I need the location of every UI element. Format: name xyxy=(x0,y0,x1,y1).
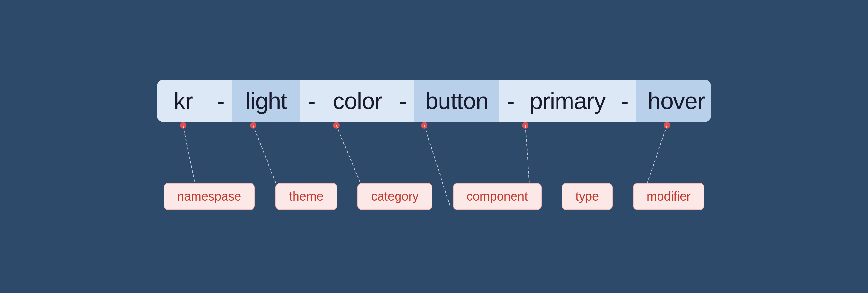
token-modifier: hover xyxy=(636,80,711,122)
label-modifier: modifier xyxy=(633,183,705,210)
labels-row: namespase theme category component type … xyxy=(157,183,711,210)
main-container: kr - light - color - butto xyxy=(43,29,825,264)
token-sep3: - xyxy=(392,80,414,122)
sep4-text: - xyxy=(504,88,517,114)
token-component-text: button xyxy=(413,88,500,114)
token-bar: kr - light - color - butto xyxy=(157,80,711,122)
label-component: component xyxy=(453,183,541,210)
token-component: button xyxy=(414,80,499,122)
sep3-text: - xyxy=(397,88,409,114)
token-theme: light xyxy=(232,80,301,122)
label-category: category xyxy=(358,183,432,210)
token-category: color xyxy=(323,80,392,122)
token-type-text: primary xyxy=(518,88,617,114)
token-sep1: - xyxy=(209,80,232,122)
token-type: primary xyxy=(522,80,613,122)
label-theme: theme xyxy=(275,183,337,210)
sep2-text: - xyxy=(305,88,318,114)
token-theme-text: light xyxy=(234,88,299,114)
diagram-wrapper: kr - light - color - butto xyxy=(157,80,711,213)
sep5-text: - xyxy=(618,88,631,114)
token-sep2: - xyxy=(301,80,323,122)
token-namespace-text: kr xyxy=(162,88,204,114)
token-sep5: - xyxy=(613,80,636,122)
token-modifier-text: hover xyxy=(636,88,711,114)
label-namespace: namespase xyxy=(163,183,255,210)
token-category-text: color xyxy=(321,88,394,114)
token-namespace: kr xyxy=(157,80,209,122)
label-type: type xyxy=(562,183,613,210)
diagram-area: namespase theme category component type … xyxy=(157,122,711,213)
sep1-text: - xyxy=(214,88,227,114)
